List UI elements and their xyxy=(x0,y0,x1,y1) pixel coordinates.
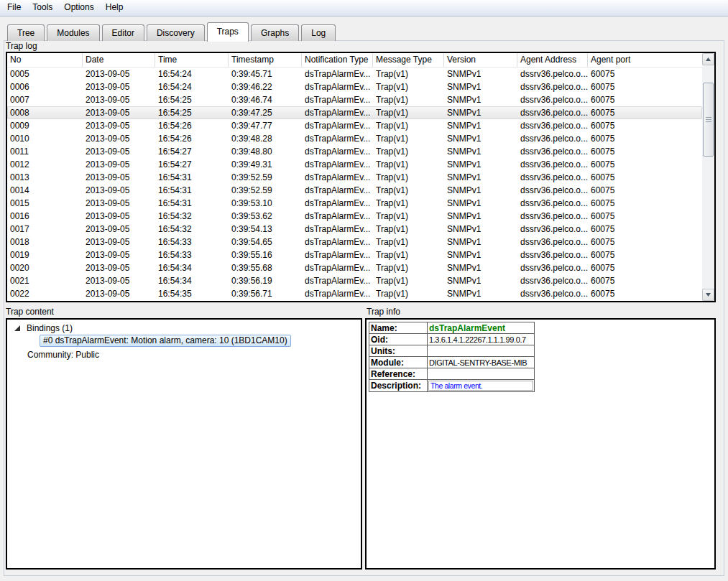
column-header-date[interactable]: Date xyxy=(83,53,155,67)
trap-log-body: 00052013-09-0516:54:240:39:45.71dsTrapAl… xyxy=(7,68,702,300)
table-cell: 0007 xyxy=(7,93,83,106)
table-cell: 0:39:48.80 xyxy=(229,145,302,158)
bindings-tree-root[interactable]: Bindings (1) xyxy=(14,322,361,334)
table-cell: 60075 xyxy=(588,106,702,119)
scroll-grip-icon xyxy=(706,117,711,123)
table-cell: 0011 xyxy=(7,145,83,158)
scroll-down-button[interactable] xyxy=(702,289,714,301)
table-cell: 0022 xyxy=(7,287,83,300)
table-cell: 0010 xyxy=(7,132,83,145)
column-header-time[interactable]: Time xyxy=(155,53,229,67)
table-cell: dsTrapAlarmEv... xyxy=(302,210,373,223)
table-cell: 0:39:53.62 xyxy=(229,210,302,223)
scroll-thumb[interactable] xyxy=(703,83,714,157)
table-cell: dssrv36.pelco.o... xyxy=(517,236,588,248)
table-cell: SNMPv1 xyxy=(444,68,517,80)
table-cell: dsTrapAlarmEv... xyxy=(302,184,373,197)
table-row-0017[interactable]: 00172013-09-0516:54:320:39:54.13dsTrapAl… xyxy=(7,223,702,236)
binding-item[interactable]: #0 dsTrapAlarmEvent: Motion alarm, camer… xyxy=(40,335,291,347)
table-row-0013[interactable]: 00132013-09-0516:54:310:39:52.59dsTrapAl… xyxy=(7,171,702,184)
table-cell: 60075 xyxy=(588,93,702,106)
table-cell: 0009 xyxy=(7,119,83,132)
table-cell: 0:39:56.19 xyxy=(229,274,302,287)
table-row-0018[interactable]: 00182013-09-0516:54:330:39:54.65dsTrapAl… xyxy=(7,236,702,248)
column-header-notification-type[interactable]: Notification Type xyxy=(302,53,373,67)
scroll-up-button[interactable] xyxy=(702,53,714,65)
tree-expander-icon[interactable] xyxy=(14,325,21,332)
community-label[interactable]: Community: Public xyxy=(27,349,361,361)
table-cell: dssrv36.pelco.o... xyxy=(517,68,588,80)
tab-discovery[interactable]: Discovery xyxy=(147,24,205,41)
table-cell: 16:54:34 xyxy=(155,261,229,274)
table-cell: 2013-09-05 xyxy=(83,119,155,132)
table-cell: 16:54:25 xyxy=(155,93,229,106)
table-cell: Trap(v1) xyxy=(373,80,444,93)
table-cell: 0:39:46.74 xyxy=(229,93,302,106)
table-row-0020[interactable]: 00202013-09-0516:54:340:39:55.68dsTrapAl… xyxy=(7,261,702,274)
arrow-down-icon xyxy=(706,293,711,297)
table-row-0008-selected[interactable]: 00082013-09-0516:54:250:39:47.25dsTrapAl… xyxy=(7,106,702,119)
info-field-value: 1.3.6.1.4.1.22267.1.1.1.99.0.7 xyxy=(428,334,535,345)
table-cell: 16:54:27 xyxy=(155,158,229,171)
table-row-0005[interactable]: 00052013-09-0516:54:240:39:45.71dsTrapAl… xyxy=(7,68,702,80)
menu-item-file[interactable]: File xyxy=(1,0,27,16)
table-cell: 2013-09-05 xyxy=(83,223,155,236)
table-row-0015[interactable]: 00152013-09-0516:54:310:39:53.10dsTrapAl… xyxy=(7,197,702,210)
table-row-0016[interactable]: 00162013-09-0516:54:320:39:53.62dsTrapAl… xyxy=(7,210,702,223)
tab-graphs[interactable]: Graphs xyxy=(251,24,299,41)
table-cell: dsTrapAlarmEv... xyxy=(302,158,373,171)
vertical-scrollbar[interactable] xyxy=(702,53,714,301)
table-row-0014[interactable]: 00142013-09-0516:54:310:39:52.59dsTrapAl… xyxy=(7,184,702,197)
column-header-message-type[interactable]: Message Type xyxy=(373,53,444,67)
table-cell: dsTrapAlarmEv... xyxy=(302,119,373,132)
table-cell: dssrv36.pelco.o... xyxy=(517,145,588,158)
tab-modules[interactable]: Modules xyxy=(47,24,99,41)
info-field-value: The alarm event. xyxy=(428,380,535,392)
table-row-0019[interactable]: 00192013-09-0516:54:330:39:55.16dsTrapAl… xyxy=(7,248,702,261)
table-row-0011[interactable]: 00112013-09-0516:54:270:39:48.80dsTrapAl… xyxy=(7,145,702,158)
table-cell: 0:39:54.65 xyxy=(229,236,302,248)
table-row-0007[interactable]: 00072013-09-0516:54:250:39:46.74dsTrapAl… xyxy=(7,93,702,106)
table-cell: dssrv36.pelco.o... xyxy=(517,287,588,300)
table-row-0021[interactable]: 00212013-09-0516:54:340:39:56.19dsTrapAl… xyxy=(7,274,702,287)
table-cell: SNMPv1 xyxy=(444,145,517,158)
table-cell: 60075 xyxy=(588,132,702,145)
menu-item-help[interactable]: Help xyxy=(100,0,129,16)
tab-tree[interactable]: Tree xyxy=(7,24,45,41)
table-cell: dsTrapAlarmEv... xyxy=(302,80,373,93)
tab-editor[interactable]: Editor xyxy=(102,24,144,41)
table-row-0012[interactable]: 00122013-09-0516:54:270:39:49.31dsTrapAl… xyxy=(7,158,702,171)
table-cell: Trap(v1) xyxy=(373,171,444,184)
table-cell: 16:54:32 xyxy=(155,210,229,223)
table-row-0009[interactable]: 00092013-09-0516:54:260:39:47.77dsTrapAl… xyxy=(7,119,702,132)
table-cell: 60075 xyxy=(588,287,702,300)
table-cell: 0014 xyxy=(7,184,83,197)
table-cell: 0018 xyxy=(7,236,83,248)
column-header-agent-address[interactable]: Agent Address xyxy=(517,53,588,67)
column-header-version[interactable]: Version xyxy=(444,53,517,67)
table-cell: 0016 xyxy=(7,210,83,223)
trap-content-panel: Bindings (1) #0 dsTrapAlarmEvent: Motion… xyxy=(6,318,362,570)
menu-item-tools[interactable]: Tools xyxy=(27,0,58,16)
arrow-up-icon xyxy=(706,57,711,61)
table-cell: dssrv36.pelco.o... xyxy=(517,106,588,119)
table-cell: 0:39:47.25 xyxy=(229,106,302,119)
table-cell: 16:54:31 xyxy=(155,197,229,210)
menu-item-options[interactable]: Options xyxy=(58,0,99,16)
table-cell: 16:54:27 xyxy=(155,145,229,158)
tab-traps[interactable]: Traps xyxy=(207,22,249,42)
table-cell: 0:39:47.77 xyxy=(229,119,302,132)
table-row-0010[interactable]: 00102013-09-0516:54:260:39:48.28dsTrapAl… xyxy=(7,132,702,145)
column-header-no[interactable]: No xyxy=(7,53,83,67)
table-cell: dssrv36.pelco.o... xyxy=(517,119,588,132)
table-row-0006[interactable]: 00062013-09-0516:54:240:39:46.22dsTrapAl… xyxy=(7,80,702,93)
column-header-agent-port[interactable]: Agent port xyxy=(588,53,702,67)
menu-bar: FileToolsOptionsHelp xyxy=(0,0,728,17)
table-cell: 0:39:55.68 xyxy=(229,261,302,274)
tab-log[interactable]: Log xyxy=(301,24,336,41)
column-header-timestamp[interactable]: Timestamp xyxy=(229,53,302,67)
table-cell: 60075 xyxy=(588,171,702,184)
table-row-0022[interactable]: 00222013-09-0516:54:350:39:56.71dsTrapAl… xyxy=(7,287,702,300)
table-cell: 0020 xyxy=(7,261,83,274)
table-cell: SNMPv1 xyxy=(444,119,517,132)
